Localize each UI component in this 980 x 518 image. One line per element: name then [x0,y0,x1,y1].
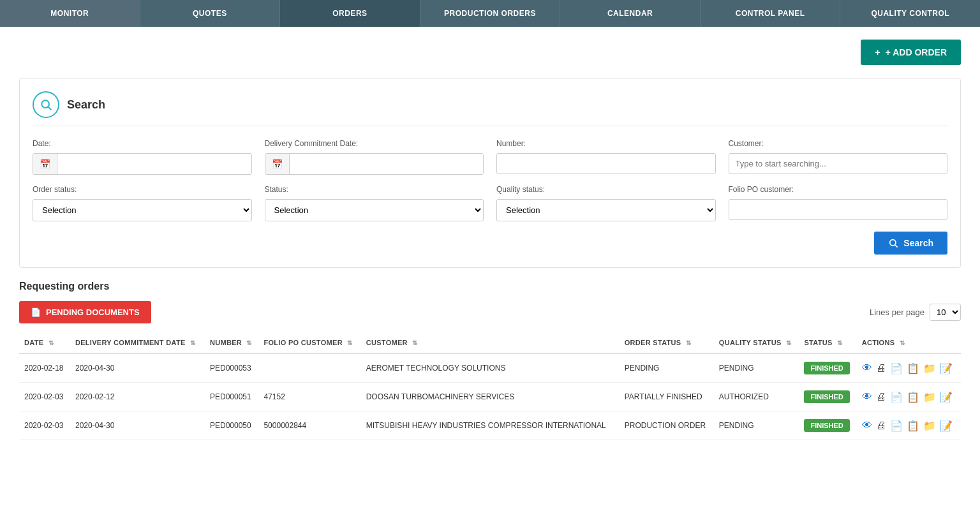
nav-item-quality-control[interactable]: QUALITY CONTROL [840,0,980,27]
copy-icon[interactable]: 📋 [907,362,919,374]
customer-filter-group: Customer: [729,139,948,175]
lines-per-page-select[interactable]: 10 25 50 [930,304,961,321]
orders-table: DATE ⇅ DELIVERY COMMITMENT DATE ⇅ NUMBER… [19,332,961,440]
quality-status-select[interactable]: Selection Pending Authorized [496,199,716,221]
cell-date: 2020-02-03 [19,411,70,440]
cell-number: PED000053 [205,353,258,383]
cell-order-status: PENDING [620,353,714,383]
date-sort-icon: ⇅ [48,339,54,346]
col-order-status[interactable]: ORDER STATUS ⇅ [620,332,714,353]
delivery-date-input[interactable] [290,154,484,174]
action-icons: 👁 🖨 📄 📋 📁 📝 [862,362,956,374]
delivery-calendar-button[interactable]: 📅 [265,154,290,174]
col-status[interactable]: STATUS ⇅ [799,332,856,353]
number-label: Number: [496,139,716,148]
lines-per-page-label: Lines per page [870,307,924,317]
view-icon[interactable]: 👁 [862,391,872,403]
delivery-date-filter-group: Delivery Commitment Date: 📅 [265,139,484,175]
doc-icon[interactable]: 📄 [890,362,903,374]
cell-customer: DOOSAN TURBOMACHINERY SERVICES [361,383,620,411]
add-order-button[interactable]: + + ADD ORDER [861,40,961,65]
table-row: 2020-02-03 2020-02-12 PED000051 47152 DO… [19,383,961,411]
folio-po-input[interactable] [729,199,948,220]
date-filter-group: Date: 📅 [33,139,252,175]
cell-quality-status: PENDING [714,411,799,440]
cell-status: FINISHED [799,383,856,411]
cell-order-status: PRODUCTION ORDER [620,411,714,440]
copy-icon[interactable]: 📋 [907,420,919,432]
cell-order-status: PARTIALLY FINISHED [620,383,714,411]
number-filter-group: Number: [496,139,716,175]
date-calendar-button[interactable]: 📅 [33,154,57,174]
nav-item-monitor[interactable]: MONITOR [0,0,140,27]
folder-icon[interactable]: 📁 [923,362,936,374]
order-status-sort-icon: ⇅ [686,339,691,346]
folder-icon[interactable]: 📁 [923,420,936,432]
print-icon[interactable]: 🖨 [876,420,886,431]
nav-item-quotes[interactable]: QUOTES [140,0,281,27]
table-top-bar: 📄 PENDING DOCUMENTS Lines per page 10 25… [19,301,961,323]
nav-item-orders[interactable]: ORDERS [280,0,420,27]
quality-status-label: Quality status: [496,185,716,194]
pending-documents-button[interactable]: 📄 PENDING DOCUMENTS [19,301,151,323]
cell-delivery-date: 2020-04-30 [70,353,205,383]
svg-point-2 [890,240,896,246]
customer-sort-icon: ⇅ [412,339,417,346]
col-customer[interactable]: CUSTOMER ⇅ [361,332,620,353]
view-icon[interactable]: 👁 [862,362,872,374]
lines-per-page-control: Lines per page 10 25 50 [870,304,961,321]
status-sort-icon: ⇅ [837,339,842,346]
pending-docs-label: PENDING DOCUMENTS [46,307,140,317]
cell-quality-status: PENDING [714,353,799,383]
number-input[interactable] [496,153,716,174]
status-select[interactable]: Selection Finished [265,199,484,221]
folder-icon[interactable]: 📁 [923,391,936,403]
file-icon[interactable]: 📝 [940,420,953,432]
table-row: 2020-02-18 2020-04-30 PED000053 AEROMET … [19,353,961,383]
customer-input[interactable] [729,153,948,174]
delivery-date-label: Delivery Commitment Date: [265,139,484,148]
cell-actions: 👁 🖨 📄 📋 📁 📝 [857,383,961,411]
svg-line-1 [48,107,52,110]
col-delivery-commitment-date[interactable]: DELIVERY COMMITMENT DATE ⇅ [70,332,205,353]
col-quality-status[interactable]: QUALITY STATUS ⇅ [714,332,799,353]
svg-line-3 [895,245,898,248]
doc-icon[interactable]: 📄 [890,391,903,403]
search-icon [40,98,52,111]
view-icon[interactable]: 👁 [862,420,872,431]
nav-item-control-panel[interactable]: CONTROL PANEL [701,0,841,27]
actions-sort-icon: ⇅ [900,339,905,346]
add-icon: + [875,47,880,57]
search-section: Search Date: 📅 Delivery Commitment Date:… [19,78,961,268]
col-actions[interactable]: ACTIONS ⇅ [857,332,961,353]
col-date[interactable]: DATE ⇅ [19,332,70,353]
filter-row-1: Date: 📅 Delivery Commitment Date: 📅 Numb… [33,139,947,175]
date-input[interactable] [57,154,251,174]
date-label: Date: [33,139,252,148]
nav-item-production-orders[interactable]: PRODUCTION ORDERS [420,0,561,27]
delivery-date-input-wrapper: 📅 [265,153,484,175]
col-number[interactable]: NUMBER ⇅ [205,332,258,353]
add-order-label: + ADD ORDER [886,47,947,57]
print-icon[interactable]: 🖨 [876,362,886,374]
folio-po-label: Folio PO customer: [729,185,948,194]
table-header-row: DATE ⇅ DELIVERY COMMITMENT DATE ⇅ NUMBER… [19,332,961,353]
cell-customer: MITSUBISHI HEAVY INDUSTRIES COMPRESSOR I… [361,411,620,440]
search-icon-circle [33,91,59,118]
cell-number: PED000050 [205,411,258,440]
doc-icon[interactable]: 📄 [890,420,903,432]
print-icon[interactable]: 🖨 [876,391,886,403]
col-folio-po[interactable]: FOLIO PO CUSTOMER ⇅ [258,332,360,353]
requesting-orders-section: Requesting orders 📄 PENDING DOCUMENTS Li… [19,281,961,440]
order-status-select[interactable]: Selection Pending Finished [33,199,252,221]
search-button[interactable]: Search [874,232,947,255]
cell-delivery-date: 2020-04-30 [70,411,205,440]
file-icon[interactable]: 📝 [940,362,953,374]
cell-actions: 👁 🖨 📄 📋 📁 📝 [857,411,961,440]
status-filter-group: Status: Selection Finished [265,185,484,221]
copy-icon[interactable]: 📋 [907,391,919,403]
svg-point-0 [41,100,49,108]
status-label: Status: [265,185,484,194]
file-icon[interactable]: 📝 [940,391,953,403]
nav-item-calendar[interactable]: CALENDAR [560,0,701,27]
